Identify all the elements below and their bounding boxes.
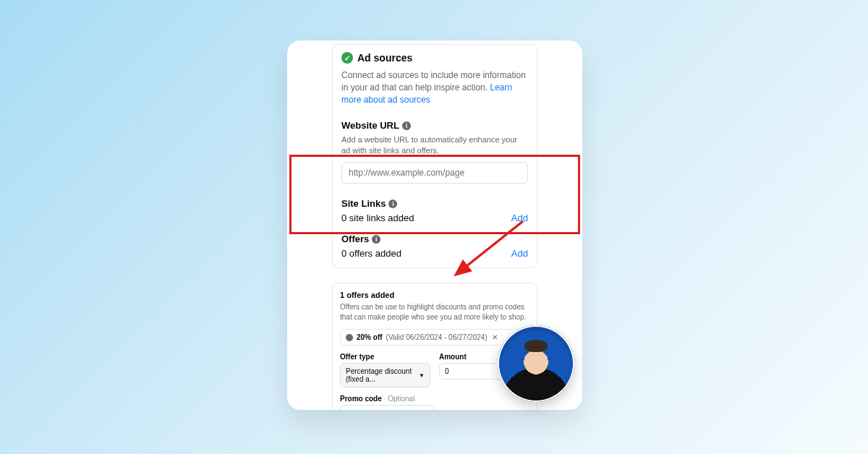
site-links-count: 0 site links added: [341, 213, 414, 223]
offers-title: Offers i: [341, 234, 380, 244]
offers-add-button[interactable]: Add: [511, 248, 528, 259]
promo-code-label: Promo code · Optional: [340, 395, 529, 403]
offer-type-select[interactable]: Percentage discount (fixed a... ▼: [340, 363, 430, 387]
ad-sources-title: Ad sources: [357, 52, 412, 64]
tag-icon: [346, 334, 353, 341]
offer-name: 20% off: [357, 333, 383, 341]
close-icon[interactable]: ✕: [492, 333, 498, 341]
site-links-row: 0 site links added Add: [341, 213, 528, 223]
offers-row: 0 offers added Add: [341, 248, 528, 259]
offer-type-value: Percentage discount (fixed a...: [346, 367, 419, 383]
website-url-title: Website URL i: [341, 120, 411, 131]
offer-type-col: Offer type Percentage discount (fixed a.…: [340, 353, 430, 387]
chevron-down-icon: ▼: [419, 372, 425, 379]
ad-sources-description: Connect ad sources to include more infor…: [341, 69, 528, 106]
info-icon[interactable]: i: [372, 235, 380, 244]
promo-code-col: Promo code · Optional: [340, 395, 529, 410]
site-links-add-button[interactable]: Add: [511, 213, 528, 223]
avatar: [498, 325, 574, 402]
site-links-section: Site Links i 0 site links added Add: [341, 197, 528, 223]
offers-added-title: 1 offers added: [340, 291, 529, 299]
info-icon[interactable]: i: [388, 200, 397, 208]
ad-sources-panel: ✓ Ad sources Connect ad sources to inclu…: [332, 44, 537, 268]
offer-valid-range: (Valid 06/26/2024 - 06/27/2024): [386, 333, 488, 341]
check-icon: ✓: [341, 52, 353, 64]
ad-sources-header: ✓ Ad sources: [341, 45, 528, 64]
offers-added-desc: Offers can be use to highlight discounts…: [340, 302, 529, 322]
offers-section: Offers i 0 offers added Add: [341, 232, 528, 259]
info-icon[interactable]: i: [402, 121, 411, 130]
offer-item[interactable]: 20% off (Valid 06/26/2024 - 06/27/2024) …: [340, 329, 529, 346]
offer-type-label: Offer type: [340, 353, 430, 361]
website-url-desc: Add a website URL to automatically enhan…: [341, 134, 528, 156]
site-links-title: Site Links i: [341, 198, 397, 209]
website-url-section: Website URL i Add a website URL to autom…: [341, 119, 528, 184]
website-url-input[interactable]: [341, 162, 528, 184]
promo-code-input[interactable]: [340, 405, 434, 410]
amount-value: 0: [445, 367, 449, 375]
offers-count: 0 offers added: [341, 248, 401, 259]
